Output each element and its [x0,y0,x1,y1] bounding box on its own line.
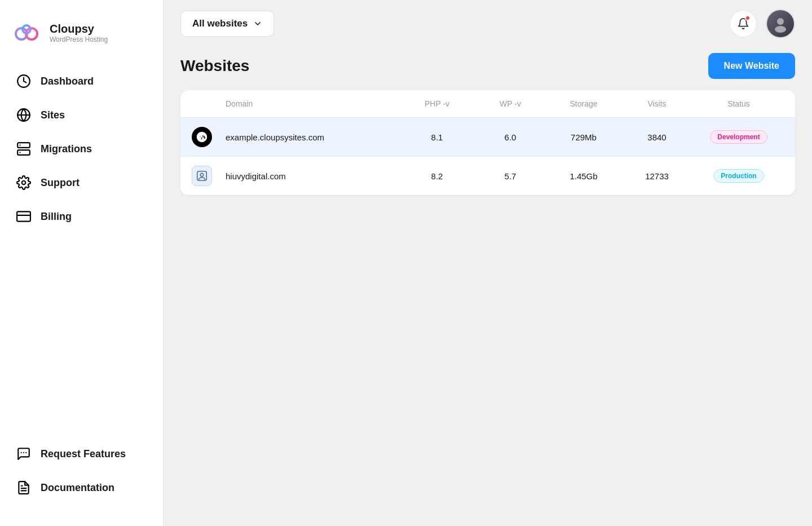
status-badge: Production [713,169,764,183]
bottom-nav: Request Features Documentation [0,438,163,515]
svg-text:W: W [199,134,205,140]
site-icon-cell [192,166,226,186]
gear-icon [16,175,32,191]
php-version: 8.2 [400,171,474,181]
sidebar-item-request-features[interactable]: Request Features [7,438,156,470]
domain-cell: hiuvydigital.com [226,171,400,181]
sidebar-item-label-sites: Sites [41,109,65,121]
clock-icon [16,73,32,89]
sidebar-item-support[interactable]: Support [7,167,156,198]
visits-value: 3840 [620,132,694,142]
brand-tagline: WordPress Hosting [50,36,108,43]
credit-card-icon [16,209,32,224]
svg-point-19 [775,26,786,33]
svg-rect-11 [17,211,30,221]
custom-site-icon [192,166,212,186]
avatar[interactable] [766,9,795,38]
top-header: All websites [164,0,812,47]
visits-value: 12733 [620,171,694,181]
brand-name: Cloupsy [50,23,108,36]
domain-name: example.cloupsysites.com [226,132,324,142]
content-area: Websites New Website Domain PHP -v WP -v… [164,47,812,526]
domain-cell: example.cloupsysites.com [226,132,400,142]
page-header: Websites New Website [180,53,795,79]
sidebar-item-billing[interactable]: Billing [7,201,156,232]
logo-area: Cloupsy WordPress Hosting [0,11,163,65]
avatar-image [767,10,794,37]
col-header-wp: WP -v [474,99,547,108]
logo-icon [11,17,43,48]
col-header-php: PHP -v [400,99,474,108]
sidebar-item-label-migrations: Migrations [41,143,92,155]
page-title: Websites [180,57,249,75]
site-icon-cell: W [192,127,226,147]
main-content: All websites [164,0,812,526]
col-header-visits: Visits [620,99,694,108]
notifications-button[interactable] [730,10,757,37]
col-header-status: Status [694,99,784,108]
sidebar-item-label-billing: Billing [41,211,72,223]
new-website-button[interactable]: New Website [708,53,795,79]
svg-point-23 [200,173,204,176]
filter-label: All websites [192,18,248,29]
wp-version: 6.0 [474,132,547,142]
col-header-domain: Domain [226,99,400,108]
sidebar-item-label-documentation: Documentation [41,482,114,494]
table-row[interactable]: W example.cloupsysites.com 8.1 6.0 729Mb… [180,118,795,157]
col-header-storage: Storage [547,99,620,108]
sidebar-item-label-support: Support [41,177,80,189]
sidebar: Cloupsy WordPress Hosting Dashboard [0,0,164,526]
server-icon [16,141,32,157]
wp-version: 5.7 [474,171,547,181]
chevron-down-icon [253,19,262,28]
storage-value: 1.45Gb [547,171,620,181]
php-version: 8.1 [400,132,474,142]
sidebar-item-dashboard[interactable]: Dashboard [7,65,156,97]
globe-icon [16,107,32,123]
nav-menu: Dashboard Sites M [0,65,163,438]
table-header: Domain PHP -v WP -v Storage Visits Statu… [180,90,795,118]
logo-text: Cloupsy WordPress Hosting [50,23,108,43]
table-row[interactable]: hiuvydigital.com 8.2 5.7 1.45Gb 12733 Pr… [180,157,795,195]
websites-table: Domain PHP -v WP -v Storage Visits Statu… [180,90,795,195]
wordpress-icon: W [192,127,212,147]
notification-dot [745,15,751,21]
status-cell: Production [694,169,784,183]
all-websites-filter[interactable]: All websites [180,11,274,37]
status-cell: Development [694,130,784,144]
doc-icon [16,480,32,496]
svg-point-10 [22,181,26,185]
domain-name: hiuvydigital.com [226,171,286,181]
chat-icon [16,446,32,462]
sidebar-item-sites[interactable]: Sites [7,99,156,131]
storage-value: 729Mb [547,132,620,142]
sidebar-item-documentation[interactable]: Documentation [7,472,156,503]
svg-point-18 [777,18,784,25]
sidebar-item-label-request-features: Request Features [41,448,126,460]
status-badge: Development [710,130,767,144]
col-header-icon [192,99,226,108]
header-right [730,9,795,38]
sidebar-item-label-dashboard: Dashboard [41,76,94,87]
sidebar-item-migrations[interactable]: Migrations [7,133,156,165]
